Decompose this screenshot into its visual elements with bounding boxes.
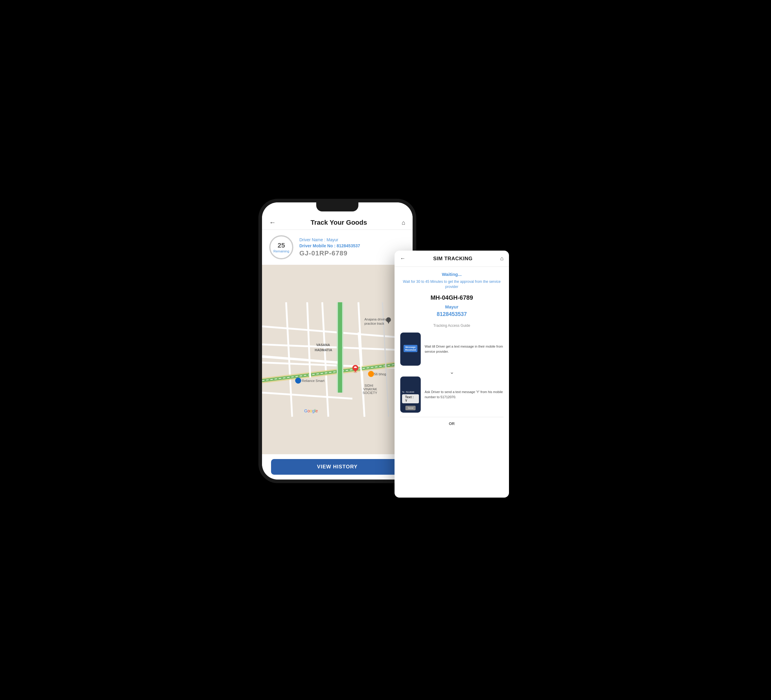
- svg-point-23: [295, 378, 301, 384]
- page-title: Track Your Goods: [311, 219, 367, 226]
- svg-text:practice track: practice track: [364, 322, 384, 325]
- phone-mock-1: MessageReceived: [400, 332, 421, 366]
- remaining-number: 25: [278, 242, 285, 249]
- sim-driver-name: Mayur: [400, 304, 504, 309]
- svg-text:Reliance Smart: Reliance Smart: [302, 379, 324, 383]
- svg-text:VASANA: VASANA: [316, 343, 330, 347]
- driver-name: Driver Name : Mayur: [299, 237, 360, 242]
- map-area: VASANA HADMATIA Anajana driving practice…: [262, 265, 413, 454]
- sim-tracking-card: ← SIM TRACKING ⌂ Waiting... Wait for 30 …: [395, 251, 509, 498]
- sim-header: ← SIM TRACKING ⌂: [395, 251, 509, 267]
- driver-details: Driver Name : Mayur Driver Mobile No : 8…: [299, 237, 360, 257]
- sim-back-button[interactable]: ←: [400, 256, 405, 262]
- app-header: ← Track Your Goods ⌂: [262, 215, 413, 230]
- sim-body: Waiting... Wait for 30 to 45 Minutes to …: [395, 267, 509, 498]
- phone-mock-2: To : 5114040 Text : Y Send: [400, 376, 421, 413]
- svg-text:SIDHI: SIDHI: [364, 384, 373, 387]
- guide-step-1-text: Wait till Driver get a text message in t…: [425, 344, 504, 354]
- back-button[interactable]: ←: [269, 219, 276, 226]
- scene: ← Track Your Goods ⌂ 25 Remaining Driver…: [262, 202, 509, 498]
- svg-text:Anajana driving: Anajana driving: [364, 317, 387, 321]
- sim-home-icon[interactable]: ⌂: [500, 256, 504, 262]
- tracking-guide-label: Tracking Access Guide: [400, 324, 504, 328]
- main-phone: ← Track Your Goods ⌂ 25 Remaining Driver…: [262, 202, 413, 480]
- send-button-mock: Send: [405, 406, 416, 410]
- svg-text:SOCIETY: SOCIETY: [363, 391, 377, 395]
- driver-mobile: Driver Mobile No : 8128453537: [299, 243, 360, 248]
- phone-notch: [316, 202, 358, 212]
- vehicle-number: GJ-01RP-6789: [299, 249, 360, 257]
- waiting-text: Waiting...: [400, 272, 504, 277]
- message-received-label: MessageReceived: [403, 345, 417, 352]
- remaining-label: Remaining: [273, 249, 290, 253]
- or-divider: OR: [400, 417, 504, 426]
- guide-step-1: MessageReceived Wait till Driver get a t…: [400, 332, 504, 366]
- svg-rect-11: [338, 303, 342, 393]
- view-history-button[interactable]: VIEW HISTORY: [271, 459, 403, 475]
- sim-title: SIM TRACKING: [433, 256, 473, 262]
- svg-text:56 bhog: 56 bhog: [374, 372, 386, 376]
- wait-description: Wait for 30 to 45 Minutes to get the app…: [400, 279, 504, 290]
- svg-text:VINAYAK: VINAYAK: [363, 387, 377, 391]
- phone-mock-body-1: MessageReceived: [400, 332, 421, 366]
- home-icon[interactable]: ⌂: [402, 219, 405, 226]
- guide-step-2: To : 5114040 Text : Y Send Ask Driver to…: [400, 376, 504, 413]
- to-label: To : 5114040: [402, 391, 414, 393]
- guide-step-2-text: Ask Driver to send a text message 'Y' fr…: [425, 389, 504, 399]
- sim-driver-phone: 8128453537: [400, 311, 504, 317]
- phone-mock-body-2: To : 5114040 Text : Y Send: [400, 376, 421, 413]
- svg-point-25: [368, 371, 374, 377]
- svg-text:HADMATIA: HADMATIA: [315, 348, 332, 352]
- text-y-label: Text : Y: [402, 394, 419, 403]
- progress-circle: 25 Remaining: [269, 235, 293, 259]
- svg-text:Google: Google: [304, 409, 318, 413]
- sim-vehicle-number: MH-04GH-6789: [400, 294, 504, 301]
- chevron-down-icon: ⌄: [400, 369, 504, 375]
- driver-info: 25 Remaining Driver Name : Mayur Driver …: [262, 230, 413, 265]
